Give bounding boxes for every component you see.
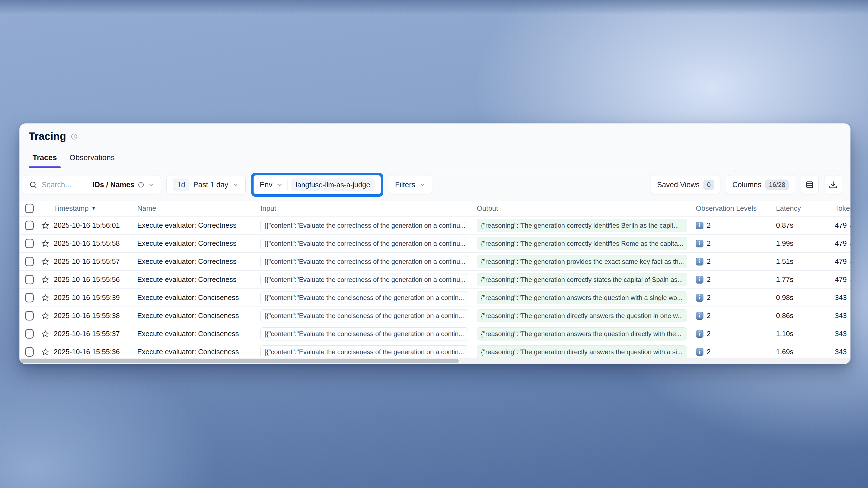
timestamp-cell: 2025-10-16 15:55:57 (52, 257, 135, 266)
star-icon[interactable] (41, 258, 49, 266)
timestamp-cell: 2025-10-16 15:55:37 (52, 329, 135, 338)
table-row[interactable]: 2025-10-16 15:55:56 Execute evaluator: C… (20, 271, 850, 289)
input-preview[interactable]: [{"content":"Evaluate the conciseness of… (260, 309, 468, 322)
trace-name-cell: Execute evaluator: Correctness (135, 239, 258, 248)
search-placeholder: Search... (42, 181, 71, 189)
horizontal-scrollbar-thumb[interactable] (21, 359, 459, 363)
column-header-tokens[interactable]: Tokens (833, 204, 850, 213)
horizontal-scrollbar[interactable] (20, 358, 850, 364)
search-icon (29, 181, 37, 189)
info-level-badge: i (696, 276, 704, 284)
tokens-cell: 343 → (833, 348, 850, 356)
filters-button[interactable]: Filters (389, 175, 433, 194)
table-row[interactable]: 2025-10-16 15:55:39 Execute evaluator: C… (20, 289, 850, 307)
search-input[interactable]: Search... IDs / Names (23, 175, 161, 194)
latency-cell: 0.98s (774, 293, 833, 302)
input-preview[interactable]: [{"content":"Evaluate the conciseness of… (260, 291, 468, 304)
info-icon[interactable] (71, 133, 78, 140)
columns-count-badge: 16/28 (765, 180, 789, 190)
column-header-observation-levels[interactable]: Observation Levels (693, 204, 774, 213)
sort-desc-icon: ▼ (91, 206, 96, 211)
columns-label: Columns (732, 181, 762, 189)
divider (287, 179, 287, 190)
input-preview[interactable]: [{"content":"Evaluate the correctness of… (260, 219, 468, 232)
chevron-down-icon (232, 181, 239, 188)
table-row[interactable]: 2025-10-16 15:55:37 Execute evaluator: C… (20, 325, 850, 343)
tab-observations[interactable]: Observations (69, 153, 115, 168)
column-header-output[interactable]: Output (474, 204, 693, 213)
timestamp-cell: 2025-10-16 15:55:36 (52, 348, 135, 356)
table-row[interactable]: 2025-10-16 15:55:58 Execute evaluator: C… (20, 234, 850, 253)
trace-name-cell: Execute evaluator: Conciseness (135, 312, 258, 320)
chevron-down-icon (148, 181, 155, 188)
star-icon[interactable] (41, 239, 49, 248)
star-icon[interactable] (41, 275, 49, 284)
tokens-cell: 479 → (833, 257, 850, 266)
row-checkbox[interactable] (25, 347, 34, 357)
output-preview[interactable]: {"reasoning":"The generation provides th… (477, 255, 687, 268)
row-checkbox[interactable] (25, 257, 34, 266)
latency-cell: 0.86s (774, 312, 833, 320)
observation-count: 2 (707, 257, 711, 266)
row-checkbox[interactable] (25, 239, 34, 248)
column-header-input[interactable]: Input (258, 204, 474, 213)
row-checkbox[interactable] (25, 293, 34, 302)
output-preview[interactable]: {"reasoning":"The generation correctly i… (477, 219, 687, 232)
time-range-selector[interactable]: 1d Past 1 day (166, 175, 246, 194)
tab-traces[interactable]: Traces (33, 153, 57, 168)
toolbar: Search... IDs / Names 1d Past 1 day Env (20, 168, 850, 201)
output-preview[interactable]: {"reasoning":"The generation directly an… (477, 346, 687, 359)
table-row[interactable]: 2025-10-16 15:55:38 Execute evaluator: C… (20, 307, 850, 325)
output-preview[interactable]: {"reasoning":"The generation answers the… (477, 327, 687, 340)
timestamp-cell: 2025-10-16 15:55:58 (52, 239, 135, 248)
output-preview[interactable]: {"reasoning":"The generation correctly i… (477, 237, 687, 250)
output-preview[interactable]: {"reasoning":"The generation correctly s… (477, 273, 687, 286)
row-checkbox[interactable] (25, 221, 34, 230)
trace-name-cell: Execute evaluator: Correctness (135, 221, 258, 230)
row-checkbox[interactable] (25, 329, 34, 338)
page-title: Tracing (29, 131, 66, 142)
column-header-timestamp[interactable]: Timestamp ▼ (52, 204, 135, 213)
info-icon (138, 182, 144, 188)
row-checkbox[interactable] (25, 275, 34, 284)
star-icon[interactable] (41, 348, 49, 356)
tokens-cell: 343 → (833, 329, 850, 338)
row-checkbox[interactable] (25, 311, 34, 321)
tab-bar: Traces Observations (29, 153, 841, 168)
input-preview[interactable]: [{"content":"Evaluate the conciseness of… (260, 346, 468, 359)
saved-views-button[interactable]: Saved Views 0 (651, 175, 720, 194)
latency-cell: 1.77s (774, 275, 833, 284)
env-filter-label: Env (260, 181, 273, 189)
trace-name-cell: Execute evaluator: Conciseness (135, 293, 258, 302)
star-icon[interactable] (41, 221, 49, 230)
table-row[interactable]: 2025-10-16 15:56:01 Execute evaluator: C… (20, 217, 850, 234)
star-icon[interactable] (41, 312, 49, 320)
info-level-badge: i (696, 294, 704, 302)
saved-views-count-badge: 0 (704, 180, 714, 190)
timestamp-cell: 2025-10-16 15:55:39 (52, 293, 135, 302)
search-scope-selector[interactable]: IDs / Names (93, 181, 155, 189)
columns-button[interactable]: Columns 16/28 (726, 175, 795, 194)
star-icon[interactable] (41, 294, 49, 302)
input-preview[interactable]: [{"content":"Evaluate the correctness of… (260, 273, 468, 286)
observation-count: 2 (707, 221, 711, 230)
table-row[interactable]: 2025-10-16 15:55:57 Execute evaluator: C… (20, 253, 850, 271)
input-preview[interactable]: [{"content":"Evaluate the correctness of… (260, 255, 468, 268)
observation-count: 2 (707, 275, 711, 284)
timestamp-cell: 2025-10-16 15:56:01 (52, 221, 135, 230)
row-height-button[interactable] (801, 175, 819, 194)
observation-count: 2 (707, 293, 711, 302)
select-all-checkbox[interactable] (25, 204, 34, 213)
input-preview[interactable]: [{"content":"Evaluate the conciseness of… (260, 327, 468, 340)
star-icon[interactable] (41, 330, 49, 338)
output-preview[interactable]: {"reasoning":"The generation directly an… (477, 309, 687, 322)
env-filter[interactable]: Env langfuse-llm-as-a-judge (253, 175, 381, 194)
column-header-latency[interactable]: Latency (774, 204, 833, 213)
export-button[interactable] (824, 175, 842, 194)
trace-name-cell: Execute evaluator: Conciseness (135, 329, 258, 338)
output-preview[interactable]: {"reasoning":"The generation answers the… (477, 291, 687, 304)
page-header: Tracing Traces Observations (20, 124, 850, 168)
input-preview[interactable]: [{"content":"Evaluate the correctness of… (260, 237, 468, 250)
latency-cell: 1.99s (774, 239, 833, 248)
column-header-name[interactable]: Name (135, 204, 258, 213)
